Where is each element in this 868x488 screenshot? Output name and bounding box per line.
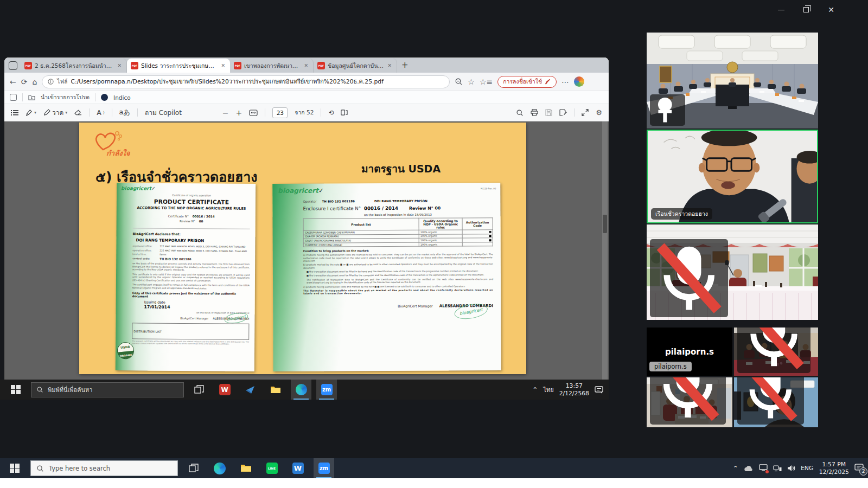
tab-3[interactable]: PDF เขาพลองการพัฒนามาตรฐานเกษตรอิน ✕: [230, 59, 314, 73]
bookmark-import-label[interactable]: นำเข้ารายการโปรด: [41, 93, 90, 102]
save-icon[interactable]: [545, 109, 552, 116]
shared-edge-button[interactable]: [291, 380, 311, 400]
minimize-icon: [778, 10, 784, 10]
tab-close-icon[interactable]: ✕: [303, 62, 309, 69]
word-app-button[interactable]: W: [288, 458, 308, 478]
tab-close-icon[interactable]: ✕: [386, 62, 393, 69]
copilot-label: ถาม Copilot: [145, 107, 182, 118]
eraser-button[interactable]: [74, 110, 82, 116]
favorites-list-icon[interactable]: ☆≡: [480, 78, 493, 86]
back-icon[interactable]: ←: [10, 78, 16, 86]
ask-copilot-button[interactable]: ถาม Copilot: [145, 107, 182, 118]
field-value: farms: [159, 253, 166, 256]
home-icon[interactable]: ⌂: [32, 78, 37, 86]
pin-icon: [654, 95, 681, 125]
shared-wps-button[interactable]: W: [214, 380, 235, 400]
blue-app-icon: [245, 384, 256, 395]
tab-strip: PDF 2 ธ.ค.2568โครงการน้อมนำปรัชญาปรั ✕ P…: [4, 57, 609, 73]
hidden-icons-chevron[interactable]: ⌃: [532, 386, 538, 394]
muted-mic-icon: [742, 377, 800, 423]
zoom-out-button[interactable]: −: [222, 108, 229, 117]
fullscreen-icon[interactable]: [582, 109, 589, 116]
shared-task-view-button[interactable]: [189, 380, 209, 400]
screen-share-indicator[interactable]: [759, 464, 768, 473]
address-bar[interactable]: ไฟล์ C:/Users/pornnapa.n/Desktop/ประชุมเ…: [42, 75, 450, 88]
line-app-button[interactable]: LINE: [261, 458, 282, 478]
tab-2-active[interactable]: PDF Slides วาระการประชุมเกษตรอินทรีย์เขา…: [127, 59, 230, 73]
zoom-taskbar-button[interactable]: zm: [314, 458, 334, 478]
page-view-button[interactable]: [341, 109, 348, 116]
doc-type: Certificate of organic operation: [133, 194, 250, 197]
speaker-icon[interactable]: [787, 465, 795, 472]
video-tile-khao-rakam[interactable]: เรือนจำชั่วคราวเขาระกำ: [647, 224, 818, 320]
restore-icon: [803, 7, 809, 12]
col-header: Qualify according to NOP - USDA Organic …: [419, 218, 462, 230]
cert-paragraph: The certified part engages itself to rem…: [132, 284, 250, 290]
pdf-viewport[interactable]: กำลังใจ ๕) เรือนจำชั่วคราวดอยฮาง มาตรฐาน…: [4, 121, 609, 380]
pdf-scrollbar[interactable]: [602, 121, 608, 380]
onedrive-icon[interactable]: [744, 465, 754, 472]
zoom-page-icon[interactable]: [455, 78, 463, 86]
print-icon[interactable]: [531, 109, 538, 116]
shared-language-indicator[interactable]: ไทย: [543, 385, 553, 395]
video-tile-khok-ta-ban[interactable]: เรือนจำชั่วคราวโคกต...: [647, 377, 732, 427]
more-menu-icon[interactable]: ⋯: [561, 78, 569, 86]
taskbar-clock[interactable]: 1:57 PM 12/2/2025: [819, 461, 849, 476]
tab-1[interactable]: PDF 2 ธ.ค.2568โครงการน้อมนำปรัชญาปรั ✕: [21, 59, 127, 73]
search-document-icon[interactable]: [516, 109, 524, 117]
tab-close-icon[interactable]: ✕: [116, 62, 123, 69]
save-as-icon[interactable]: [559, 109, 567, 116]
video-tile-khae-noi[interactable]: เรือนจำชั่วคราวแคน้...: [734, 328, 818, 376]
settings-gear-icon[interactable]: ⚙: [596, 108, 602, 117]
table-row: TURMERIC (CURCUMA LONGA)100% organic: [303, 242, 493, 247]
col-header: Authorization Code: [462, 218, 493, 230]
shared-blue-app-button[interactable]: [240, 380, 260, 400]
video-tile-doi-hang-speaker[interactable]: เรือนชั่วคราวดอยฮาง: [647, 130, 818, 223]
start-button[interactable]: [4, 458, 25, 478]
shared-search-box[interactable]: พิมพ์ที่นี่เพื่อค้นหา: [31, 382, 184, 397]
task-view-button[interactable]: [183, 458, 204, 478]
shared-clock[interactable]: 13:57 2/12/2568: [559, 382, 589, 397]
refresh-icon[interactable]: ⟳: [21, 78, 28, 86]
language-indicator[interactable]: ENG: [801, 465, 814, 472]
video-tile-kong-po[interactable]: กอง พธ: [647, 33, 818, 129]
tab-close-icon[interactable]: ✕: [220, 62, 226, 69]
action-center-button[interactable]: 2: [854, 464, 864, 473]
favorite-star-icon[interactable]: ☆: [468, 78, 475, 86]
video-tile-development-division[interactable]: ส่วนพัฒนาผู้ต้องขั...: [734, 377, 818, 427]
separator: [265, 108, 265, 117]
page-number-input[interactable]: 23: [272, 107, 288, 118]
restore-button[interactable]: [802, 5, 810, 14]
profile-avatar[interactable]: [574, 76, 584, 87]
read-aloud-button[interactable]: A⟩: [97, 108, 104, 117]
file-explorer-button[interactable]: [235, 458, 256, 478]
new-tab-button[interactable]: +: [401, 60, 409, 70]
tab-workspaces-icon[interactable]: [9, 61, 17, 70]
zoom-in-button[interactable]: +: [236, 108, 242, 117]
toc-icon[interactable]: [11, 110, 18, 116]
pdf-favicon: PDF: [24, 62, 32, 69]
notification-icon[interactable]: [595, 386, 603, 394]
rotate-button[interactable]: ⟲: [328, 109, 334, 117]
bookmark-indico[interactable]: Indico: [113, 94, 131, 101]
scrollbar-thumb[interactable]: [603, 215, 607, 233]
hidden-icons-chevron[interactable]: ⌃: [733, 465, 738, 472]
participant-label: ส่วนพัฒนาผู้ต้องขั...: [737, 377, 804, 425]
fit-width-button[interactable]: [249, 110, 258, 116]
taskbar-search-box[interactable]: Type here to search: [30, 460, 178, 476]
edge-taskbar-button[interactable]: [209, 458, 230, 478]
minimize-button[interactable]: [777, 5, 786, 14]
shared-start-button[interactable]: [5, 380, 26, 400]
translate-button[interactable]: aあ: [119, 108, 130, 117]
close-button[interactable]: ✕: [827, 5, 835, 14]
video-tile-pilaiporn[interactable]: pilaiporn.s pilaiporn.s: [647, 328, 732, 376]
condition-b: b) products marked by the note ■ or ■ ar…: [303, 263, 493, 269]
shared-zoom-button[interactable]: zm: [316, 380, 337, 400]
highlighter-button[interactable]: ▾: [25, 109, 36, 116]
shared-file-explorer-button[interactable]: [265, 380, 286, 400]
collections-icon[interactable]: [10, 94, 17, 101]
draw-button[interactable]: วาด ▾: [43, 107, 67, 118]
network-icon[interactable]: [773, 465, 782, 472]
tab-4[interactable]: PDF ข้อมูลศูนย์โคกตาบัน68.pdf ✕: [314, 59, 397, 73]
signin-button[interactable]: การลงชื่อเข้าใช้: [497, 76, 557, 88]
